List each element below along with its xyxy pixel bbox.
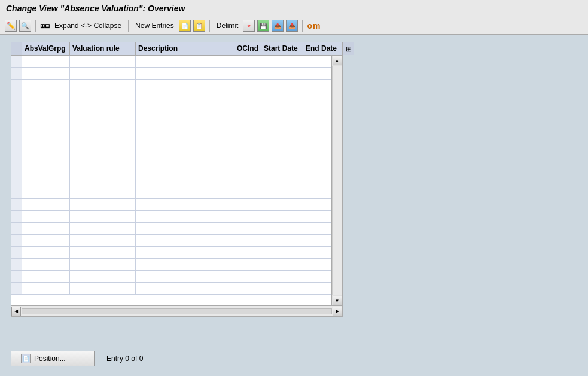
data-cell[interactable] (303, 115, 331, 127)
data-cell[interactable] (22, 68, 70, 79)
data-cell[interactable] (303, 271, 331, 282)
data-cell[interactable] (303, 127, 331, 139)
table-row[interactable] (11, 115, 331, 127)
data-cell[interactable] (234, 235, 261, 246)
data-cell[interactable] (234, 175, 261, 187)
data-cell[interactable] (22, 223, 70, 234)
data-cell[interactable] (70, 223, 136, 234)
data-cell[interactable] (136, 271, 234, 282)
data-cell[interactable] (261, 139, 303, 151)
data-cell[interactable] (234, 163, 261, 175)
data-cell[interactable] (70, 187, 136, 198)
table-row[interactable] (11, 235, 331, 247)
table-row[interactable] (11, 56, 331, 68)
data-cell[interactable] (303, 103, 331, 115)
data-cell[interactable] (70, 151, 136, 163)
data-cell[interactable] (70, 283, 136, 294)
table-row[interactable] (11, 163, 331, 175)
data-cell[interactable] (303, 187, 331, 198)
data-cell[interactable] (22, 115, 70, 127)
data-cell[interactable] (70, 68, 136, 79)
data-cell[interactable] (234, 127, 261, 139)
data-cell[interactable] (234, 199, 261, 210)
data-cell[interactable] (261, 259, 303, 270)
data-cell[interactable] (136, 211, 234, 222)
table-row[interactable] (11, 259, 331, 271)
data-cell[interactable] (234, 56, 261, 67)
data-cell[interactable] (303, 139, 331, 151)
data-cell[interactable] (22, 103, 70, 115)
display-icon[interactable]: 🔍 (19, 20, 31, 32)
data-cell[interactable] (70, 211, 136, 222)
data-cell[interactable] (22, 56, 70, 67)
data-cell[interactable] (22, 199, 70, 210)
table-row[interactable] (11, 271, 331, 283)
table-row[interactable] (11, 223, 331, 235)
edit-icon[interactable]: ✏️ (5, 20, 17, 32)
data-cell[interactable] (234, 283, 261, 294)
data-cell[interactable] (303, 163, 331, 175)
data-cell[interactable] (303, 211, 331, 222)
data-cell[interactable] (136, 235, 234, 246)
data-cell[interactable] (136, 91, 234, 103)
data-cell[interactable] (70, 199, 136, 210)
data-cell[interactable] (261, 91, 303, 103)
position-button[interactable]: 📄 Position... (11, 351, 95, 366)
data-cell[interactable] (70, 91, 136, 103)
data-cell[interactable] (136, 163, 234, 175)
data-cell[interactable] (234, 223, 261, 234)
table-row[interactable] (11, 199, 331, 211)
data-cell[interactable] (22, 127, 70, 139)
data-cell[interactable] (70, 80, 136, 91)
data-cell[interactable] (136, 187, 234, 198)
data-cell[interactable] (234, 187, 261, 198)
data-cell[interactable] (303, 151, 331, 163)
table-row[interactable] (11, 187, 331, 199)
table-row[interactable] (11, 68, 331, 80)
column-settings-icon[interactable]: ⊞ (342, 42, 354, 55)
import-icon[interactable]: 📥 (286, 20, 298, 32)
data-cell[interactable] (234, 151, 261, 163)
data-cell[interactable] (261, 151, 303, 163)
scroll-left-button[interactable]: ◀ (11, 307, 21, 316)
data-cell[interactable] (70, 163, 136, 175)
data-cell[interactable] (70, 247, 136, 258)
data-cell[interactable] (70, 271, 136, 282)
data-cell[interactable] (261, 68, 303, 79)
data-cell[interactable] (261, 187, 303, 198)
data-cell[interactable] (261, 127, 303, 139)
export-icon[interactable]: 📤 (272, 20, 284, 32)
data-cell[interactable] (234, 103, 261, 115)
data-cell[interactable] (303, 235, 331, 246)
data-cell[interactable] (261, 247, 303, 258)
data-cell[interactable] (303, 175, 331, 187)
data-cell[interactable] (261, 103, 303, 115)
data-cell[interactable] (22, 151, 70, 163)
data-cell[interactable] (234, 68, 261, 79)
data-cell[interactable] (303, 199, 331, 210)
data-cell[interactable] (22, 235, 70, 246)
data-cell[interactable] (70, 235, 136, 246)
vertical-scrollbar[interactable]: ▲ ▼ (331, 56, 342, 305)
data-cell[interactable] (70, 127, 136, 139)
delimit-icon1[interactable]: ⟡ (243, 20, 255, 32)
data-cell[interactable] (70, 175, 136, 187)
data-cell[interactable] (234, 115, 261, 127)
scroll-right-button[interactable]: ▶ (333, 307, 342, 316)
data-cell[interactable] (303, 223, 331, 234)
table-row[interactable] (11, 139, 331, 151)
data-cell[interactable] (303, 247, 331, 258)
data-cell[interactable] (70, 115, 136, 127)
data-cell[interactable] (136, 103, 234, 115)
data-cell[interactable] (136, 247, 234, 258)
data-cell[interactable] (261, 115, 303, 127)
table-row[interactable] (11, 80, 331, 91)
data-cell[interactable] (22, 247, 70, 258)
data-cell[interactable] (22, 139, 70, 151)
data-cell[interactable] (22, 80, 70, 91)
delimit-button[interactable]: Delimit (214, 20, 241, 31)
scroll-down-button[interactable]: ▼ (333, 296, 342, 305)
data-cell[interactable] (303, 68, 331, 79)
table-row[interactable] (11, 211, 331, 223)
data-cell[interactable] (261, 223, 303, 234)
